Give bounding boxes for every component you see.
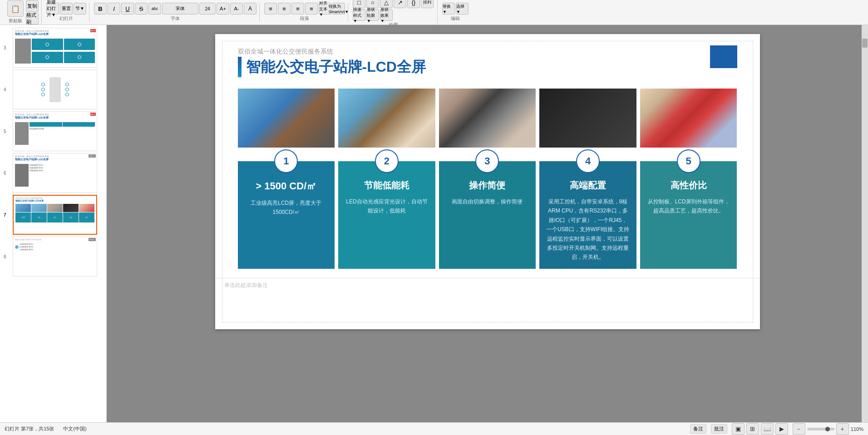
title-bar-decoration: [238, 57, 242, 77]
feature-num-circle-1: 1: [274, 149, 298, 173]
arrow-shape-button[interactable]: ↗: [394, 0, 406, 8]
slide-group: 新建幻灯片▼ 重置 节▼ 幻灯片: [44, 3, 89, 22]
feature-desc-1: 工业级高亮LCD屏，亮度大于 1500CD/㎡: [245, 198, 328, 217]
copy-button[interactable]: 复制: [26, 0, 39, 12]
slide-thumb-content-3: 双佰全城一体化公交便民服务系统 智能公交电子站牌-LED全屏 After: [13, 28, 97, 68]
header-blue-rect: [710, 45, 737, 68]
status-bar-right: 备注 批注 ▣ ⊞ 📖 ▶ － ＋ 110%: [690, 423, 863, 435]
feature-desc-3: 画面自由切换调整，操作简便: [446, 197, 529, 206]
justify-button[interactable]: ≡: [305, 3, 318, 15]
abc-button[interactable]: abc: [148, 3, 161, 15]
language-info: 中文(中国): [63, 425, 86, 432]
font-size-box[interactable]: 24: [199, 3, 216, 15]
brace-shape-button[interactable]: {}: [407, 0, 420, 8]
feature-col-5: 5 高性价比 从控制板、LCD屏到外箱等组件，超高品质工艺，超高性价比。: [640, 89, 737, 269]
feature-col-2: 2 节能低能耗 LED自动光感应背光设计，自动节能设计，低能耗: [338, 89, 435, 269]
slide-group-label: 幻灯片: [59, 15, 73, 22]
comments-button[interactable]: 批注: [711, 424, 727, 434]
notes-button[interactable]: 备注: [690, 424, 706, 434]
slide-num-7: 7: [4, 213, 6, 218]
right-scrollbar[interactable]: [862, 25, 868, 422]
slide-num-8: 8: [4, 254, 6, 259]
format-brush-button[interactable]: 格式刷: [26, 13, 39, 25]
status-bar: 幻灯片 第7张，共15张 中文(中国) 备注 批注 ▣ ⊞ 📖 ▶ － ＋ 11…: [0, 422, 868, 435]
bold-button[interactable]: B: [94, 3, 107, 15]
view-buttons: ▣ ⊞ 📖 ▶: [732, 423, 788, 435]
convert-smartart-button[interactable]: 转换为SmartArt▼: [332, 3, 345, 15]
slide-thumb-4[interactable]: 4: [13, 69, 97, 109]
font-color-button[interactable]: A: [244, 3, 256, 15]
font-group-label: 字体: [94, 15, 256, 22]
notes-area[interactable]: 单击此处添加备注: [215, 278, 760, 292]
slide-sorter-button[interactable]: ⊞: [746, 423, 759, 435]
feature-text-5: 5 高性价比 从控制板、LCD屏到外箱等组件，超高品质工艺，超高性价比。: [640, 161, 737, 269]
notes-placeholder: 单击此处添加备注: [224, 282, 268, 289]
quick-styles-button[interactable]: 快速样式▼: [353, 9, 365, 21]
font-decrease-button[interactable]: A-: [230, 3, 243, 15]
scroll-thumb[interactable]: [862, 39, 868, 48]
slide-thumb-content-5: 双佰全城一体化公交便民服务系统 智能公交电子站牌-LED全屏 After 特点说…: [13, 111, 97, 151]
strikethrough-button[interactable]: S: [135, 3, 148, 15]
editing-group-label: 编辑: [442, 15, 469, 22]
feature-title-5: 高性价比: [647, 179, 730, 192]
slide-num-5: 5: [4, 129, 6, 134]
feature-desc-5: 从控制板、LCD屏到外箱等组件，超高品质工艺，超高性价比。: [647, 197, 730, 216]
slide-thumb-content-6: 双佰全城一体化公交便民服务系统 智能公交电子站牌-LED全屏 Before 内容…: [13, 153, 97, 193]
zoom-slider-thumb[interactable]: [825, 427, 830, 431]
font-increase-button[interactable]: A+: [217, 3, 229, 15]
feature-col-1: 1 > 1500 CD/㎡ 工业级高亮LCD屏，亮度大于 1500CD/㎡: [238, 89, 335, 269]
slide-thumb-5[interactable]: 5 双佰全城一体化公交便民服务系统 智能公交电子站牌-LED全屏 After 特…: [13, 111, 97, 151]
arrange-button[interactable]: 排列: [421, 0, 434, 8]
shape-effect-button[interactable]: 形状效果▼: [380, 9, 393, 21]
slide-thumb-8[interactable]: 8 智能公交电子站牌-LCD/LED介绍 Before 介绍内容文字行1介绍内容…: [13, 237, 97, 277]
paragraph-group-label: 段落: [264, 15, 345, 22]
feature-title-1: > 1500 CD/㎡: [245, 179, 328, 193]
slide-panel: 3 双佰全城一体化公交便民服务系统 智能公交电子站牌-LED全屏 After: [0, 25, 107, 422]
paste-button[interactable]: 📋: [7, 0, 24, 17]
feature-title-2: 节能低能耗: [345, 179, 429, 192]
feature-col-3: 3 操作简便 画面自由切换调整，操作简便: [439, 89, 536, 269]
zoom-in-button[interactable]: ＋: [836, 423, 849, 435]
align-right-button[interactable]: ≡: [291, 3, 304, 15]
zoom-slider[interactable]: [807, 428, 834, 430]
canvas-area: 双佰全城一体化公交便民服务系统 智能公交电子站牌-LCD全屏: [107, 25, 868, 422]
underline-button[interactable]: U: [121, 3, 134, 15]
feature-img-4: [539, 89, 636, 148]
zoom-level: 110%: [851, 426, 863, 432]
feature-desc-2: LED自动光感应背光设计，自动节能设计，低能耗: [345, 197, 429, 216]
font-name-box[interactable]: 宋体: [162, 3, 198, 15]
replace-button[interactable]: 替换▼: [442, 3, 455, 15]
drawing-group: □ ○ △ ↗ {} 排列 快速样式▼ 形状轮廓▼ 形状效果▼ 绘图: [350, 0, 438, 28]
slide-thumb-3[interactable]: 3 双佰全城一体化公交便民服务系统 智能公交电子站牌-LED全屏 After: [13, 28, 97, 68]
zoom-control: － ＋ 110%: [793, 423, 863, 435]
align-left-button[interactable]: ≡: [264, 3, 277, 15]
feature-img-3: [439, 89, 536, 148]
font-group: B I U S abc 宋体 24 A+ A- A 字体: [91, 3, 260, 22]
normal-view-button[interactable]: ▣: [732, 423, 745, 435]
slideshow-button[interactable]: ▶: [775, 423, 788, 435]
shape-fill-button[interactable]: 形状轮廓▼: [366, 9, 379, 21]
slide-canvas: 双佰全城一体化公交便民服务系统 智能公交电子站牌-LCD全屏: [215, 34, 760, 329]
feature-num-circle-4: 4: [576, 149, 600, 173]
slide-subtitle: 双佰全城一体化公交便民服务系统: [238, 48, 737, 56]
reset-button[interactable]: 重置: [60, 3, 73, 15]
feature-img-2: [338, 89, 435, 148]
zoom-out-button[interactable]: －: [793, 423, 805, 435]
feature-img-5: [640, 89, 737, 148]
slide-thumb-7[interactable]: 7 双佰全城一体化公交便民服务系统 智能公交电子站牌-LCD全屏 >1500 节…: [13, 195, 97, 235]
align-center-button[interactable]: ≡: [278, 3, 291, 15]
slide-thumb-6[interactable]: 6 双佰全城一体化公交便民服务系统 智能公交电子站牌-LED全屏 Before …: [13, 153, 97, 193]
new-slide-button[interactable]: 新建幻灯片▼: [46, 3, 59, 15]
feature-title-3: 操作简便: [446, 179, 529, 192]
clipboard-label: 剪贴板: [7, 18, 24, 24]
feature-text-3: 3 操作简便 画面自由切换调整，操作简便: [439, 161, 536, 269]
reading-view-button[interactable]: 📖: [761, 423, 774, 435]
canvas-scroll[interactable]: 双佰全城一体化公交便民服务系统 智能公交电子站牌-LCD全屏: [107, 25, 868, 422]
slide-thumb-content-8: 智能公交电子站牌-LCD/LED介绍 Before 介绍内容文字行1介绍内容文字…: [13, 237, 97, 277]
italic-button[interactable]: I: [108, 3, 120, 15]
section-button[interactable]: 节▼: [74, 3, 86, 15]
slide-title: 智能公交电子站牌-LCD全屏: [246, 57, 426, 77]
select-button[interactable]: 选择▼: [456, 3, 469, 15]
slide-num-3: 3: [4, 45, 6, 50]
paragraph-group: ≡ ≡ ≡ ≡ 对齐文本▼ 转换为SmartArt▼ 段落: [261, 3, 348, 22]
